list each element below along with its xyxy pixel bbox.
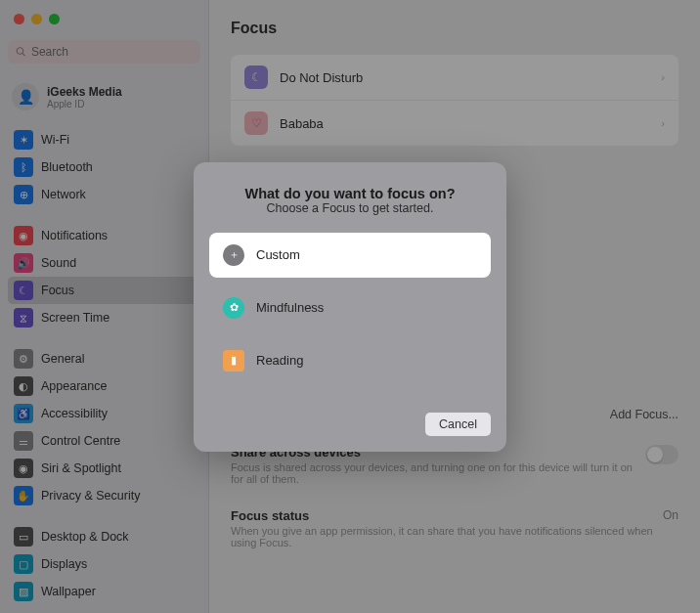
option-reading[interactable]: ▮ Reading: [209, 338, 491, 383]
book-icon: ▮: [223, 350, 244, 372]
cancel-button[interactable]: Cancel: [425, 413, 491, 436]
flower-icon: ✿: [223, 297, 244, 319]
option-label: Mindfulness: [256, 300, 324, 315]
option-label: Reading: [256, 353, 303, 368]
option-custom[interactable]: ＋ Custom: [209, 233, 491, 278]
modal-overlay: What do you want to focus on? Choose a F…: [0, 0, 700, 613]
option-label: Custom: [256, 247, 300, 262]
plus-icon: ＋: [223, 244, 244, 266]
focus-picker-modal: What do you want to focus on? Choose a F…: [194, 162, 506, 452]
option-mindfulness[interactable]: ✿ Mindfulness: [209, 285, 491, 330]
modal-title: What do you want to focus on?: [209, 186, 491, 201]
modal-subtitle: Choose a Focus to get started.: [209, 201, 491, 215]
